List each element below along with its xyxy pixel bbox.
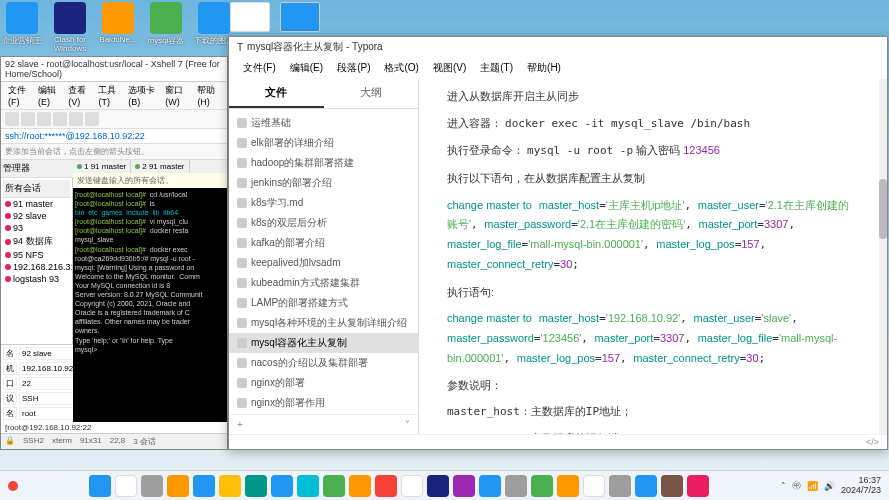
taskbar-app[interactable]	[323, 475, 345, 497]
sidebar-tab-outline[interactable]: 大纲	[324, 79, 419, 108]
file-list-item[interactable]: nginx的部署	[229, 373, 418, 393]
tray-volume-icon[interactable]: 🔊	[824, 481, 835, 491]
file-list-item[interactable]: hadoop的集群部署搭建	[229, 153, 418, 173]
taskbar-app[interactable]	[661, 475, 683, 497]
taskbar-app[interactable]	[245, 475, 267, 497]
file-list-item[interactable]: 运维基础	[229, 113, 418, 133]
menu-tools[interactable]: 工具(T)	[95, 84, 123, 107]
taskbar-app[interactable]	[193, 475, 215, 497]
desktop-icon[interactable]: mysql容器	[146, 2, 186, 53]
taskbar-app[interactable]	[219, 475, 241, 497]
chevron-down-icon[interactable]: ˅	[405, 419, 410, 430]
menu-format[interactable]: 格式(O)	[378, 59, 424, 77]
toolbar-button[interactable]	[85, 112, 99, 126]
menu-file[interactable]: 文件(F)	[237, 59, 282, 77]
search-button[interactable]	[115, 475, 137, 497]
menu-view[interactable]: 查看(V)	[65, 84, 93, 107]
taskbar-app[interactable]	[687, 475, 709, 497]
taskbar-app[interactable]	[375, 475, 397, 497]
file-list-item[interactable]: LAMP的部署搭建方式	[229, 293, 418, 313]
menu-window[interactable]: 窗口(W)	[162, 84, 192, 107]
scrollbar[interactable]	[879, 79, 887, 434]
menu-help[interactable]: 帮助(H)	[194, 84, 223, 107]
content-line: 执行语句:	[447, 283, 851, 302]
file-list-item[interactable]: elk部署的详细介绍	[229, 133, 418, 153]
file-list-item[interactable]: keepalived加lvsadm	[229, 253, 418, 273]
file-list-item[interactable]: mysql各种环境的主从复制详细介绍	[229, 313, 418, 333]
taskbar-app[interactable]	[427, 475, 449, 497]
file-icon[interactable]	[280, 2, 320, 32]
desktop-icon[interactable]: 企业营销王	[2, 2, 42, 53]
file-list-item[interactable]: kafka的部署介绍	[229, 233, 418, 253]
file-list: 运维基础elk部署的详细介绍hadoop的集群部署搭建jenkins的部署介绍k…	[229, 109, 418, 414]
file-list-item[interactable]: k8s学习.md	[229, 193, 418, 213]
taskbar-app[interactable]	[505, 475, 527, 497]
taskbar-app[interactable]	[401, 475, 423, 497]
session-item[interactable]: 94 数据库	[3, 234, 70, 249]
code-block: change master to master_host='192.168.10…	[447, 309, 851, 368]
session-item[interactable]: logstash 93	[3, 273, 70, 285]
all-sessions-header: 所有会话	[3, 180, 70, 198]
typora-window: T mysql容器化主从复制 - Typora 文件(F) 编辑(E) 段落(P…	[228, 36, 888, 450]
toolbar-button[interactable]	[53, 112, 67, 126]
sidebar-tab-file[interactable]: 文件	[229, 79, 324, 108]
editor-content[interactable]: 进入从数据库开启主从同步 进入容器： docker exec -it mysql…	[419, 79, 879, 434]
toolbar-button[interactable]	[37, 112, 51, 126]
menu-edit[interactable]: 编辑(E)	[35, 84, 63, 107]
tray-wifi-icon[interactable]: 📶	[807, 481, 818, 491]
xshell-address[interactable]: ssh://root:******@192.168.10.92:22	[1, 129, 227, 144]
menu-theme[interactable]: 主题(T)	[474, 59, 519, 77]
taskbar-app[interactable]	[349, 475, 371, 497]
file-list-item[interactable]: jenkins的部署介绍	[229, 173, 418, 193]
file-list-item[interactable]: nginx的部署作用	[229, 393, 418, 413]
xshell-toolbar	[1, 110, 227, 129]
terminal-output[interactable]: [root@localhost local]# cd /usr/local[ro…	[73, 188, 227, 422]
notification-icon[interactable]	[8, 481, 18, 491]
session-item[interactable]: 95 NFS	[3, 249, 70, 261]
terminal-tabbar: 1 91 master 2 91 master	[73, 160, 227, 173]
menu-edit[interactable]: 编辑(E)	[284, 59, 329, 77]
session-item[interactable]: 92 slave	[3, 210, 70, 222]
menu-file[interactable]: 文件(F)	[5, 84, 33, 107]
task-view-button[interactable]	[141, 475, 163, 497]
toolbar-button[interactable]	[21, 112, 35, 126]
file-list-item[interactable]: kubeadmin方式搭建集群	[229, 273, 418, 293]
taskbar-app[interactable]	[297, 475, 319, 497]
session-item[interactable]: 192.168.216.31	[3, 261, 70, 273]
menu-paragraph[interactable]: 段落(P)	[331, 59, 376, 77]
file-list-item[interactable]: k8s的双层后分析	[229, 213, 418, 233]
taskbar-app[interactable]	[557, 475, 579, 497]
taskbar-app[interactable]	[531, 475, 553, 497]
tray-ime-icon[interactable]: ㊥	[792, 479, 801, 492]
menu-view[interactable]: 视图(V)	[427, 59, 472, 77]
desktop-file-icons	[230, 2, 320, 32]
session-item[interactable]: 93	[3, 222, 70, 234]
scrollbar-thumb[interactable]	[879, 179, 887, 239]
taskbar-app[interactable]	[271, 475, 293, 497]
session-item[interactable]: 91 master	[3, 198, 70, 210]
taskbar-app[interactable]	[609, 475, 631, 497]
start-button[interactable]	[89, 475, 111, 497]
desktop-icon[interactable]: Clash for Windows	[50, 2, 90, 53]
file-icon[interactable]	[230, 2, 270, 32]
taskbar-app[interactable]	[479, 475, 501, 497]
add-file-button[interactable]: +	[237, 419, 243, 430]
desktop-icons: 企业营销王 Clash for Windows BaiduNe... mysql…	[0, 0, 236, 55]
source-mode-button[interactable]: </>	[866, 437, 879, 447]
file-list-item[interactable]: nacos的介绍以及集群部署	[229, 353, 418, 373]
taskbar-app[interactable]	[635, 475, 657, 497]
desktop-icon[interactable]: BaiduNe...	[98, 2, 138, 53]
tray-chevron-icon[interactable]: ˄	[781, 481, 786, 491]
sidebar-footer: + ˅	[229, 414, 418, 434]
menu-tab[interactable]: 选项卡(B)	[125, 84, 160, 107]
clock[interactable]: 16:37 2024/7/23	[841, 476, 881, 496]
toolbar-button[interactable]	[69, 112, 83, 126]
menu-help[interactable]: 帮助(H)	[521, 59, 567, 77]
taskbar-app[interactable]	[583, 475, 605, 497]
taskbar-app[interactable]	[167, 475, 189, 497]
taskbar-app[interactable]	[453, 475, 475, 497]
terminal-tab[interactable]: 1 91 master	[73, 160, 131, 173]
file-list-item[interactable]: mysql容器化主从复制	[229, 333, 418, 353]
terminal-tab[interactable]: 2 91 master	[131, 160, 189, 173]
toolbar-button[interactable]	[5, 112, 19, 126]
